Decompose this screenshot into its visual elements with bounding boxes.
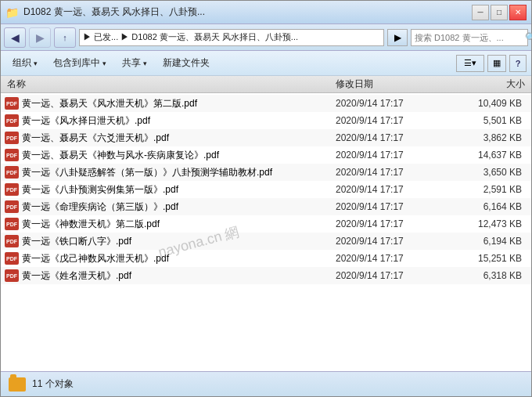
file-icon: PDF xyxy=(4,149,20,161)
file-name: 黄一远《铁口断八字》.pdf xyxy=(22,235,332,248)
file-icon: PDF xyxy=(4,218,20,230)
up-button[interactable]: ↑ xyxy=(54,27,76,48)
address-go-button[interactable]: ▶ xyxy=(387,29,408,46)
file-list: PDF 黄一远、聂易天《风水泄天机》第二版.pdf 2020/9/14 17:1… xyxy=(1,93,531,371)
file-date: 2020/9/14 17:17 xyxy=(332,253,458,264)
view-toggle-button[interactable]: ▦ xyxy=(487,55,506,72)
file-name: 黄一远《命理疾病论（第三版）》.pdf xyxy=(22,200,332,214)
table-row[interactable]: PDF 黄一远《风水择日泄天机》.pdf 2020/9/14 17:17 5,5… xyxy=(1,112,531,129)
table-row[interactable]: PDF 黄一远、聂易天《六爻泄天机》.pdf 2020/9/14 17:17 3… xyxy=(1,129,531,146)
file-icon: PDF xyxy=(4,235,20,247)
file-icon: PDF xyxy=(4,114,20,127)
file-date: 2020/9/14 17:17 xyxy=(332,132,458,143)
file-size: 5,501 KB xyxy=(458,115,528,126)
pdf-icon: PDF xyxy=(5,200,19,213)
view-options-button[interactable]: ☰▾ xyxy=(456,55,484,72)
table-row[interactable]: PDF 黄一远、聂易天《神数与风水-疾病康复论》.pdf 2020/9/14 1… xyxy=(1,146,531,164)
table-row[interactable]: PDF 黄一远《姓名泄天机》.pdf 2020/9/14 17:17 6,318… xyxy=(1,267,531,284)
title-bar: 📁 D1082 黄一远、聂易天 风水择日、八卦预... ─ □ ✕ xyxy=(1,1,531,24)
maximize-button[interactable]: □ xyxy=(491,5,508,20)
forward-button[interactable]: ▶ xyxy=(29,27,51,48)
include-library-button[interactable]: 包含到库中 ▾ xyxy=(46,53,113,74)
pdf-icon: PDF xyxy=(5,269,19,282)
table-row[interactable]: PDF 黄一远、聂易天《风水泄天机》第二版.pdf 2020/9/14 17:1… xyxy=(1,95,531,112)
file-icon: PDF xyxy=(4,166,20,179)
file-name: 黄一远《风水择日泄天机》.pdf xyxy=(22,114,332,128)
minimize-button[interactable]: ─ xyxy=(472,5,489,20)
organize-arrow: ▾ xyxy=(34,60,38,67)
pdf-icon: PDF xyxy=(5,235,19,247)
file-name: 黄一远《八卦疑惑解答（第一版）》八卦预测学辅助教材.pdf xyxy=(22,166,332,179)
file-name: 黄一远、聂易天《神数与风水-疾病康复论》.pdf xyxy=(22,149,332,162)
table-row[interactable]: PDF 黄一远《戊己神数风水泄天机》.pdf 2020/9/14 17:17 1… xyxy=(1,250,531,267)
file-icon: PDF xyxy=(4,252,20,265)
file-date: 2020/9/14 17:17 xyxy=(332,150,458,161)
table-row[interactable]: PDF 黄一远《神数泄天机》第二版.pdf 2020/9/14 17:17 12… xyxy=(1,215,531,233)
window-controls: ─ □ ✕ xyxy=(472,5,527,20)
file-size: 12,473 KB xyxy=(458,218,528,229)
file-name: 黄一远《八卦预测实例集第一版》.pdf xyxy=(22,183,332,197)
file-icon: PDF xyxy=(4,200,20,213)
pdf-icon: PDF xyxy=(5,218,19,230)
toolbar-right: ☰▾ ▦ ? xyxy=(456,55,527,72)
file-name: 黄一远《姓名泄天机》.pdf xyxy=(22,269,332,283)
address-path[interactable]: ▶ 已发... ▶ D1082 黄一远、聂易天 风水择日、八卦预... xyxy=(79,29,384,46)
file-date: 2020/9/14 17:17 xyxy=(332,184,458,195)
status-folder-icon xyxy=(9,377,26,392)
file-date: 2020/9/14 17:17 xyxy=(332,115,458,126)
back-button[interactable]: ◀ xyxy=(4,27,26,48)
table-row[interactable]: PDF 黄一远《铁口断八字》.pdf 2020/9/14 17:17 6,194… xyxy=(1,233,531,250)
file-area: 名称 修改日期 大小 PDF 黄一远、聂易天《风水泄天机》第二版.pdf 202… xyxy=(1,76,531,371)
pdf-icon: PDF xyxy=(5,166,19,179)
help-button[interactable]: ? xyxy=(509,55,527,72)
file-name: 黄一远、聂易天《六爻泄天机》.pdf xyxy=(22,132,332,145)
file-icon: PDF xyxy=(4,183,20,196)
file-date: 2020/9/14 17:17 xyxy=(332,167,458,178)
file-name: 黄一远《神数泄天机》第二版.pdf xyxy=(22,218,332,231)
status-bar: 11 个对象 xyxy=(1,371,531,396)
window-title: D1082 黄一远、聂易天 风水择日、八卦预... xyxy=(23,5,472,19)
file-icon: PDF xyxy=(4,132,20,144)
col-size-header[interactable]: 大小 xyxy=(458,78,528,91)
col-date-header[interactable]: 修改日期 xyxy=(332,78,458,91)
file-date: 2020/9/14 17:17 xyxy=(332,98,458,109)
include-arrow: ▾ xyxy=(102,60,106,67)
file-size: 3,862 KB xyxy=(458,132,528,143)
file-date: 2020/9/14 17:17 xyxy=(332,218,458,229)
table-row[interactable]: PDF 黄一远《八卦预测实例集第一版》.pdf 2020/9/14 17:17 … xyxy=(1,181,531,198)
toolbar: 组织 ▾ 包含到库中 ▾ 共享 ▾ 新建文件夹 ☰▾ ▦ ? xyxy=(1,51,531,76)
status-count: 11 个对象 xyxy=(32,377,74,391)
file-date: 2020/9/14 17:17 xyxy=(332,201,458,212)
pdf-icon: PDF xyxy=(5,132,19,144)
file-date: 2020/9/14 17:17 xyxy=(332,236,458,247)
search-box[interactable]: 🔍 xyxy=(411,29,528,46)
file-name: 黄一远《戊己神数风水泄天机》.pdf xyxy=(22,252,332,265)
file-size: 15,251 KB xyxy=(458,253,528,264)
col-name-header[interactable]: 名称 xyxy=(4,78,332,91)
file-size: 10,409 KB xyxy=(458,98,528,109)
share-arrow: ▾ xyxy=(143,60,147,67)
pdf-icon: PDF xyxy=(5,149,19,161)
table-row[interactable]: PDF 黄一远《八卦疑惑解答（第一版）》八卦预测学辅助教材.pdf 2020/9… xyxy=(1,164,531,181)
organize-button[interactable]: 组织 ▾ xyxy=(5,53,45,74)
file-date: 2020/9/14 17:17 xyxy=(332,270,458,281)
pdf-icon: PDF xyxy=(5,114,19,127)
search-icon: 🔍 xyxy=(525,32,532,43)
file-size: 14,637 KB xyxy=(458,150,528,161)
file-size: 6,194 KB xyxy=(458,236,528,247)
file-icon: PDF xyxy=(4,97,20,110)
file-name: 黄一远、聂易天《风水泄天机》第二版.pdf xyxy=(22,97,332,110)
file-size: 3,650 KB xyxy=(458,167,528,178)
column-header: 名称 修改日期 大小 xyxy=(1,76,531,93)
share-button[interactable]: 共享 ▾ xyxy=(115,53,154,74)
close-button[interactable]: ✕ xyxy=(509,5,527,20)
table-row[interactable]: PDF 黄一远《命理疾病论（第三版）》.pdf 2020/9/14 17:17 … xyxy=(1,198,531,215)
pdf-icon: PDF xyxy=(5,252,19,265)
search-input[interactable] xyxy=(415,33,523,42)
new-folder-button[interactable]: 新建文件夹 xyxy=(156,53,217,74)
file-size: 6,318 KB xyxy=(458,270,528,281)
address-bar: ◀ ▶ ↑ ▶ 已发... ▶ D1082 黄一远、聂易天 风水择日、八卦预..… xyxy=(1,24,531,51)
pdf-icon: PDF xyxy=(5,183,19,196)
file-size: 6,164 KB xyxy=(458,201,528,212)
file-size: 2,591 KB xyxy=(458,184,528,195)
